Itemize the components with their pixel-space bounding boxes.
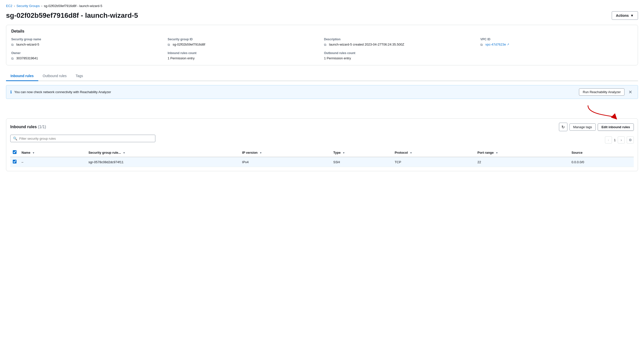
actions-label: Actions [616, 14, 629, 18]
col-ip-version-label: IP version [242, 151, 258, 154]
sort-portrange-icon[interactable]: ▼ [496, 151, 498, 154]
inbound-count-text: 1 Permission entry [168, 56, 195, 60]
inbound-rules-body: – sgr-0578c08d2dc974f11 IPv4 SSH TCP 22 … [10, 157, 634, 167]
col-protocol-label: Protocol [395, 151, 408, 154]
detail-inbound-count: Inbound rules count 1 Permission entry [168, 51, 320, 60]
info-banner-message: You can now check network connectivity w… [14, 90, 111, 94]
copy-icon-vpc[interactable]: ⧉ [480, 43, 484, 46]
header-select-all[interactable] [10, 148, 19, 157]
col-type-label: Type [333, 151, 341, 154]
close-banner-button[interactable]: ✕ [627, 89, 634, 95]
chevron-down-icon: ▼ [630, 14, 634, 18]
row-name: – [19, 157, 86, 167]
sg-id-value: ⧉ sg-02f02b59ef7916d8f [168, 43, 320, 46]
table-wrapper: Name ▼ Security group rule... ▼ IP versi… [10, 148, 634, 167]
info-banner-left: ℹ You can now check network connectivity… [10, 90, 111, 94]
search-input[interactable] [19, 137, 153, 140]
owner-value: ⧉ 303785319641 [11, 56, 164, 60]
copy-icon-owner[interactable]: ⧉ [11, 57, 15, 60]
sg-id-text: sg-02f02b59ef7916d8f [173, 43, 205, 46]
breadcrumb-security-groups[interactable]: Security Groups [17, 4, 40, 8]
sg-name-value: ⧉ launch-wizard-5 [11, 43, 164, 46]
select-all-checkbox[interactable] [13, 150, 17, 154]
tab-inbound-rules[interactable]: Inbound rules [6, 71, 38, 81]
red-arrow-svg [585, 103, 618, 120]
prev-page-button[interactable]: ‹ [605, 136, 612, 143]
row-checkbox-cell[interactable] [10, 157, 19, 167]
owner-text: 303785319641 [16, 56, 38, 60]
vpc-id-label: VPC ID [480, 38, 633, 41]
col-name: Name ▼ [19, 148, 86, 157]
col-protocol: Protocol ▼ [392, 148, 475, 157]
copy-icon-sgid[interactable]: ⧉ [168, 43, 171, 46]
search-bar: 🔍 [10, 135, 155, 142]
sort-protocol-icon[interactable]: ▼ [410, 151, 412, 154]
description-label: Description [324, 38, 476, 41]
manage-tags-button[interactable]: Manage tags [569, 123, 596, 131]
actions-button[interactable]: Actions ▼ [612, 11, 638, 20]
details-grid: Security group name ⧉ launch-wizard-5 Se… [11, 38, 633, 60]
col-source-label: Source [571, 151, 582, 154]
owner-label: Owner [11, 51, 164, 55]
external-link-icon: ↗ [507, 43, 509, 46]
copy-icon-sgname[interactable]: ⧉ [11, 43, 15, 46]
table-settings-button[interactable]: ⚙ [627, 136, 634, 143]
sg-name-text: launch-wizard-5 [16, 43, 39, 46]
row-checkbox[interactable] [13, 160, 17, 163]
col-name-label: Name [22, 151, 30, 154]
run-reachability-analyzer-button[interactable]: Run Reachability Analyzer [579, 88, 624, 96]
search-icon: 🔍 [13, 136, 17, 140]
col-port-range-label: Port range [477, 151, 494, 154]
next-page-button[interactable]: › [618, 136, 625, 143]
outbound-count-label: Outbound rules count [324, 51, 476, 55]
breadcrumb-sep1: › [14, 4, 15, 8]
arrow-decoration [6, 103, 638, 120]
col-ip-version: IP version ▼ [240, 148, 331, 157]
description-text: launch-wizard-5 created 2023-04-27T06:24… [329, 43, 404, 46]
sort-sgrule-icon[interactable]: ▼ [123, 151, 125, 154]
refresh-icon: ↻ [561, 125, 565, 129]
section-header: Inbound rules (1/1) ↻ Manage tags Edit i… [10, 123, 634, 131]
sort-type-icon[interactable]: ▼ [343, 151, 345, 154]
detail-owner: Owner ⧉ 303785319641 [11, 51, 164, 60]
table-header-row: Name ▼ Security group rule... ▼ IP versi… [10, 148, 634, 157]
info-banner-actions: Run Reachability Analyzer ✕ [579, 88, 634, 96]
vpc-id-link[interactable]: vpc-47d7623e ↗ [485, 43, 509, 46]
row-protocol: TCP [392, 157, 475, 167]
section-title: Inbound rules (1/1) [10, 125, 46, 129]
outbound-count-text: 1 Permission entry [324, 56, 351, 60]
detail-outbound-count: Outbound rules count 1 Permission entry [324, 51, 476, 60]
tab-outbound-rules[interactable]: Outbound rules [38, 71, 71, 81]
inbound-rules-table: Name ▼ Security group rule... ▼ IP versi… [10, 148, 634, 167]
tabs-container: Inbound rules Outbound rules Tags [6, 71, 638, 81]
vpc-id-value: ⧉ vpc-47d7623e ↗ [480, 43, 633, 46]
row-sg-rule: sgr-0578c08d2dc974f11 [86, 157, 239, 167]
details-title: Details [11, 29, 633, 34]
page-number: 1 [614, 138, 616, 142]
col-port-range: Port range ▼ [475, 148, 569, 157]
sort-ipversion-icon[interactable]: ▼ [259, 151, 262, 154]
col-sg-rule-label: Security group rule... [88, 151, 121, 154]
info-banner: ℹ You can now check network connectivity… [6, 85, 638, 99]
tab-tags[interactable]: Tags [71, 71, 88, 81]
edit-inbound-rules-button[interactable]: Edit inbound rules [598, 123, 634, 131]
row-source: 0.0.0.0/0 [569, 157, 634, 167]
detail-vpc-id: VPC ID ⧉ vpc-47d7623e ↗ [480, 38, 633, 46]
breadcrumb-ec2[interactable]: EC2 [6, 4, 12, 8]
detail-sg-id: Security group ID ⧉ sg-02f02b59ef7916d8f [168, 38, 320, 46]
refresh-button[interactable]: ↻ [559, 123, 567, 131]
inbound-count-value: 1 Permission entry [168, 56, 320, 60]
breadcrumb-current: sg-02f02b59ef7916d8f - launch-wizard-5 [44, 4, 102, 8]
outbound-count-value: 1 Permission entry [324, 56, 476, 60]
sort-name-icon[interactable]: ▼ [32, 151, 35, 154]
detail-description: Description ⧉ launch-wizard-5 created 20… [324, 38, 476, 46]
section-actions: ↻ Manage tags Edit inbound rules [559, 123, 634, 131]
row-port-range: 22 [475, 157, 569, 167]
breadcrumb: EC2 › Security Groups › sg-02f02b59ef791… [6, 4, 638, 8]
vpc-id-text: vpc-47d7623e [485, 43, 506, 46]
inbound-rules-section: Inbound rules (1/1) ↻ Manage tags Edit i… [6, 118, 638, 171]
copy-icon-desc[interactable]: ⧉ [324, 43, 328, 46]
sg-id-label: Security group ID [168, 38, 320, 41]
info-icon: ℹ [10, 90, 12, 94]
page-header: sg-02f02b59ef7916d8f - launch-wizard-5 A… [6, 11, 638, 20]
